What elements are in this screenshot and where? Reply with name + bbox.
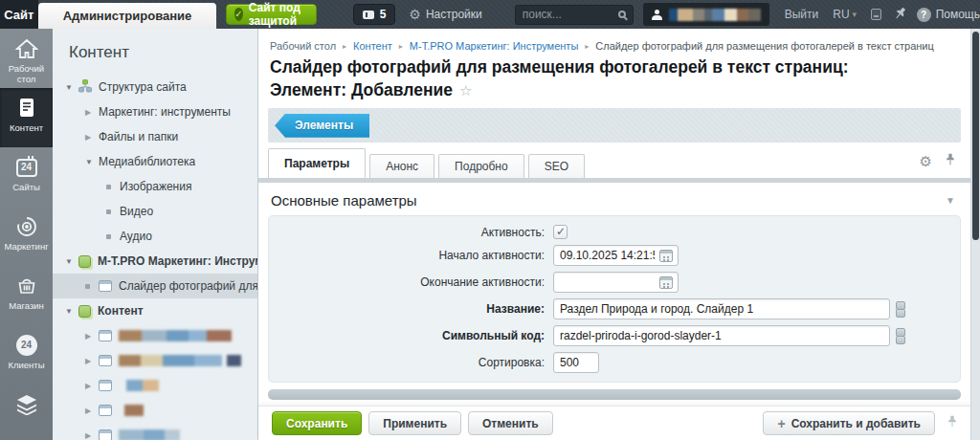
tree-item-content-group[interactable]: Контент [53,298,257,323]
cancel-button[interactable]: Отменить [468,411,553,435]
section-header: Основные параметры ▼ [258,183,970,215]
tab-seo[interactable]: SEO [528,154,585,178]
breadcrumb-link[interactable]: Рабочий стол [270,40,336,52]
tree-item-label: Файлы и папки [99,130,178,143]
window-icon [99,280,112,292]
rail-item-sites[interactable]: 24 Сайты [0,147,53,207]
chevron-right-icon[interactable] [85,431,99,440]
calendar-icon[interactable] [659,276,673,289]
tree-item-redacted[interactable] [53,373,257,398]
hotkeys-icon[interactable] [871,9,880,20]
rail-item-more[interactable] [0,385,53,440]
site-tab[interactable]: Сайт [0,0,38,29]
tree-item-label: M-T.PRO Маркетинг: Инструменты [98,254,257,268]
tab-parameters[interactable]: Параметры [268,148,366,178]
field-link-icon[interactable] [896,328,903,344]
window-icon [99,405,112,416]
tree-item-medialibrary[interactable]: Медиабиблиотека [53,149,257,174]
chevron-right-icon[interactable] [85,108,99,117]
rail-item-shop[interactable]: Магазин [0,266,53,325]
form-tabs: Параметры Анонс Подробно SEO ⚙ [258,148,970,183]
tree-item-audio[interactable]: Аудио [53,224,257,249]
sort-input[interactable] [553,352,599,373]
breadcrumb-link[interactable]: Контент [353,40,392,52]
search-input[interactable] [523,8,618,21]
tree-item-images[interactable]: Изображения [53,174,257,199]
user-menu[interactable] [643,3,769,26]
favorite-star-icon[interactable] [453,80,472,99]
tree-item-video[interactable]: Видео [53,199,257,224]
redacted-label [119,429,180,440]
chevron-down-icon[interactable] [65,83,78,92]
tree-item-marketing-tools[interactable]: Маркетинг: инструменты [53,99,257,124]
breadcrumb-separator-icon: ▸ [399,42,403,51]
gear-icon: ⚙ [409,8,421,21]
site-protected-button[interactable]: Сайт под защитой [226,4,316,25]
tree-item-photo-slider[interactable]: Слайдер фотографий для размещ [53,274,257,298]
tree-item-mtpro-tools[interactable]: M-T.PRO Маркетинг: Инструменты [53,249,257,274]
rail-item-marketing[interactable]: Маркетинг [0,207,53,266]
window-icon [99,355,112,366]
user-name-redacted [669,9,761,21]
pin-icon[interactable] [889,4,908,25]
chevron-down-icon[interactable] [85,158,99,166]
circle-24-icon: 24 [0,333,53,358]
save-button[interactable]: Сохранить [272,411,362,435]
chevron-down-icon[interactable] [65,307,78,316]
chevron-right-icon[interactable] [85,382,99,390]
tree-item-files-folders[interactable]: Файлы и папки [53,124,257,149]
breadcrumb-link[interactable]: M-T.PRO Маркетинг: Инструменты [410,40,578,52]
tree-item-redacted[interactable] [53,423,257,440]
language-dropdown[interactable]: RU [833,8,857,21]
rail-item-content[interactable]: Контент [0,88,53,147]
logout-link[interactable]: Выйти [785,8,819,21]
window-icon [99,429,112,440]
redacted-label [119,330,232,341]
tab-details[interactable]: Подробно [438,154,524,178]
home-icon [0,36,53,61]
form-pin-icon[interactable] [946,152,955,170]
save-and-add-button[interactable]: Сохранить и добавить [763,411,935,435]
back-to-elements-button[interactable]: Элементы [275,114,369,138]
form-settings-gear-icon[interactable]: ⚙ [920,154,932,168]
name-input[interactable] [553,298,890,319]
footer-pin-icon[interactable] [947,414,957,432]
redacted-label [119,355,241,366]
apply-button[interactable]: Применить [368,411,461,435]
chevron-right-icon[interactable] [85,133,99,142]
breadcrumb-separator-icon: ▸ [343,42,346,51]
rail-item-desktop[interactable]: Рабочий стол [0,29,53,88]
tree-item-redacted[interactable] [53,323,257,348]
chevron-right-icon[interactable] [85,407,99,415]
bullet-icon [106,232,120,241]
scrollbar-thumb[interactable] [972,32,979,240]
calendar-icon[interactable] [659,250,673,262]
settings-button[interactable]: ⚙ Настройки [409,8,481,21]
field-label: Активность: [269,226,553,239]
question-icon: ? [917,8,931,22]
tab-announce[interactable]: Анонс [369,154,434,178]
vertical-scrollbar[interactable] [970,29,980,440]
chevron-right-icon[interactable] [85,357,99,365]
tree-item-redacted[interactable] [53,348,257,373]
help-button[interactable]: ? Помощь [917,8,980,22]
rail-item-clients[interactable]: 24 Клиенты [0,325,53,385]
symbolic-code-input[interactable] [553,325,890,346]
horizontal-scrollbar[interactable] [268,389,961,400]
field-link-icon[interactable] [896,301,903,318]
chevron-down-icon[interactable] [65,257,78,266]
search-icon[interactable] [618,11,626,18]
redacted-label [119,405,144,416]
tree-item-label: Изображения [120,180,191,193]
collapse-caret-icon[interactable]: ▼ [946,195,955,206]
field-row-end: Окончание активности: [269,272,960,293]
notifications-counter[interactable]: 5 [353,4,396,25]
activity-checkbox[interactable] [553,225,568,239]
rail-label: Магазин [0,301,53,312]
language-label: RU [833,8,849,21]
admin-tab[interactable]: Администрирование [38,3,217,29]
tree-item-site-structure[interactable]: Структура сайта [53,75,257,99]
tree-item-redacted[interactable] [53,398,257,423]
page-title: Слайдер фотографий для размещения фотога… [270,56,890,101]
chevron-right-icon[interactable] [85,332,99,341]
